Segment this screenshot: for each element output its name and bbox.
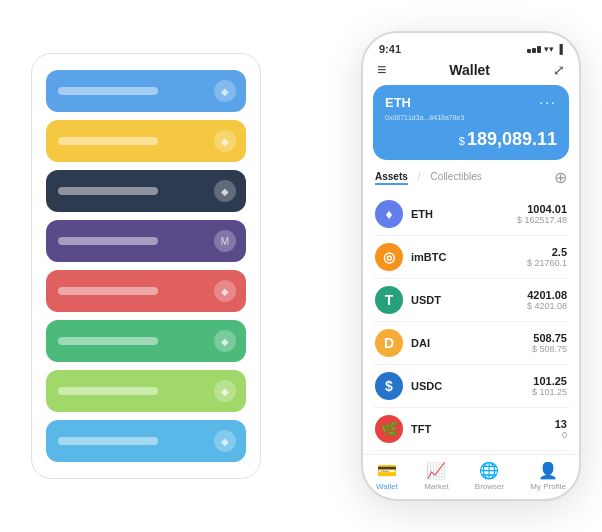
back-panel-row-1: ◆ xyxy=(46,120,246,162)
tab-assets[interactable]: Assets xyxy=(375,171,408,185)
asset-amount-dai: 508.75 xyxy=(532,332,567,344)
bottom-nav-browser[interactable]: 🌐Browser xyxy=(475,461,504,491)
add-asset-button[interactable]: ⊕ xyxy=(554,168,567,187)
phone-frame: 9:41 ▾▾ ▐ ≡ Wallet ⤢ ETH ... 0x08 xyxy=(361,31,581,501)
nav-title: Wallet xyxy=(449,62,490,78)
asset-item[interactable]: 🌿TFT130 xyxy=(373,408,569,451)
asset-usd-usdt: $ 4201.08 xyxy=(527,301,567,311)
phone-nav: ≡ Wallet ⤢ xyxy=(363,57,579,85)
back-panel-row-2: ◆ xyxy=(46,170,246,212)
asset-name-tft: TFT xyxy=(411,423,555,435)
asset-list: ♦ETH1004.01$ 162517.48◎imBTC2.5$ 21760.1… xyxy=(363,193,579,454)
expand-icon[interactable]: ⤢ xyxy=(553,62,565,78)
asset-icon-usdt: T xyxy=(375,286,403,314)
asset-name-imbtc: imBTC xyxy=(411,251,527,263)
bottom-nav-icon-1: 📈 xyxy=(426,461,446,480)
eth-balance-amount: 189,089.11 xyxy=(467,129,557,149)
scene: ◆◆◆M◆◆◆◆ 9:41 ▾▾ ▐ ≡ Wallet ⤢ xyxy=(11,11,591,521)
back-panel: ◆◆◆M◆◆◆◆ xyxy=(31,53,261,479)
asset-amount-usdt: 4201.08 xyxy=(527,289,567,301)
asset-item[interactable]: ◎imBTC2.5$ 21760.1 xyxy=(373,236,569,279)
bottom-nav-label-3: My Profile xyxy=(530,482,566,491)
eth-card: ETH ... 0x08711d3a...8418a78e3 $189,089.… xyxy=(373,85,569,160)
assets-header: Assets / Collectibles ⊕ xyxy=(363,168,579,193)
eth-card-header: ETH ... xyxy=(385,95,557,110)
asset-icon-tft: 🌿 xyxy=(375,415,403,443)
asset-values-eth: 1004.01$ 162517.48 xyxy=(517,203,567,225)
tab-slash: / xyxy=(418,171,421,185)
back-panel-row-0: ◆ xyxy=(46,70,246,112)
eth-balance-dollar: $ xyxy=(459,135,465,147)
asset-icon-imbtc: ◎ xyxy=(375,243,403,271)
asset-item[interactable]: DDAI508.75$ 508.75 xyxy=(373,322,569,365)
bottom-nav-label-0: Wallet xyxy=(376,482,398,491)
assets-tabs: Assets / Collectibles xyxy=(375,171,482,185)
bottom-nav-icon-3: 👤 xyxy=(538,461,558,480)
bottom-nav-icon-0: 💳 xyxy=(377,461,397,480)
asset-amount-usdc: 101.25 xyxy=(532,375,567,387)
asset-item[interactable]: $USDC101.25$ 101.25 xyxy=(373,365,569,408)
asset-icon-eth: ♦ xyxy=(375,200,403,228)
tab-collectibles[interactable]: Collectibles xyxy=(431,171,482,185)
menu-icon[interactable]: ≡ xyxy=(377,61,386,79)
bottom-nav-label-2: Browser xyxy=(475,482,504,491)
bottom-nav-wallet[interactable]: 💳Wallet xyxy=(376,461,398,491)
asset-amount-eth: 1004.01 xyxy=(517,203,567,215)
eth-card-balance: $189,089.11 xyxy=(385,129,557,150)
wifi-icon: ▾▾ xyxy=(544,44,554,54)
asset-usd-imbtc: $ 21760.1 xyxy=(527,258,567,268)
battery-icon: ▐ xyxy=(557,44,563,54)
bottom-nav-my-profile[interactable]: 👤My Profile xyxy=(530,461,566,491)
back-panel-row-5: ◆ xyxy=(46,320,246,362)
asset-usd-tft: 0 xyxy=(555,430,567,440)
bottom-nav-label-1: Market xyxy=(424,482,448,491)
eth-card-address: 0x08711d3a...8418a78e3 xyxy=(385,114,557,121)
back-panel-row-4: ◆ xyxy=(46,270,246,312)
asset-values-dai: 508.75$ 508.75 xyxy=(532,332,567,354)
status-icons: ▾▾ ▐ xyxy=(527,44,563,54)
asset-name-usdc: USDC xyxy=(411,380,532,392)
asset-usd-dai: $ 508.75 xyxy=(532,344,567,354)
asset-values-imbtc: 2.5$ 21760.1 xyxy=(527,246,567,268)
bottom-nav: 💳Wallet📈Market🌐Browser👤My Profile xyxy=(363,454,579,499)
asset-values-usdc: 101.25$ 101.25 xyxy=(532,375,567,397)
asset-amount-imbtc: 2.5 xyxy=(527,246,567,258)
bottom-nav-market[interactable]: 📈Market xyxy=(424,461,448,491)
back-panel-row-3: M xyxy=(46,220,246,262)
eth-card-more-button[interactable]: ... xyxy=(539,91,557,107)
asset-item[interactable]: ♦ETH1004.01$ 162517.48 xyxy=(373,193,569,236)
status-time: 9:41 xyxy=(379,43,401,55)
asset-amount-tft: 13 xyxy=(555,418,567,430)
asset-values-tft: 130 xyxy=(555,418,567,440)
asset-icon-usdc: $ xyxy=(375,372,403,400)
back-panel-row-6: ◆ xyxy=(46,370,246,412)
asset-values-usdt: 4201.08$ 4201.08 xyxy=(527,289,567,311)
status-bar: 9:41 ▾▾ ▐ xyxy=(363,33,579,57)
asset-icon-dai: D xyxy=(375,329,403,357)
bottom-nav-icon-2: 🌐 xyxy=(479,461,499,480)
asset-usd-eth: $ 162517.48 xyxy=(517,215,567,225)
asset-name-dai: DAI xyxy=(411,337,532,349)
back-panel-row-7: ◆ xyxy=(46,420,246,462)
asset-name-usdt: USDT xyxy=(411,294,527,306)
asset-name-eth: ETH xyxy=(411,208,517,220)
asset-item[interactable]: TUSDT4201.08$ 4201.08 xyxy=(373,279,569,322)
eth-card-title: ETH xyxy=(385,95,411,110)
asset-usd-usdc: $ 101.25 xyxy=(532,387,567,397)
